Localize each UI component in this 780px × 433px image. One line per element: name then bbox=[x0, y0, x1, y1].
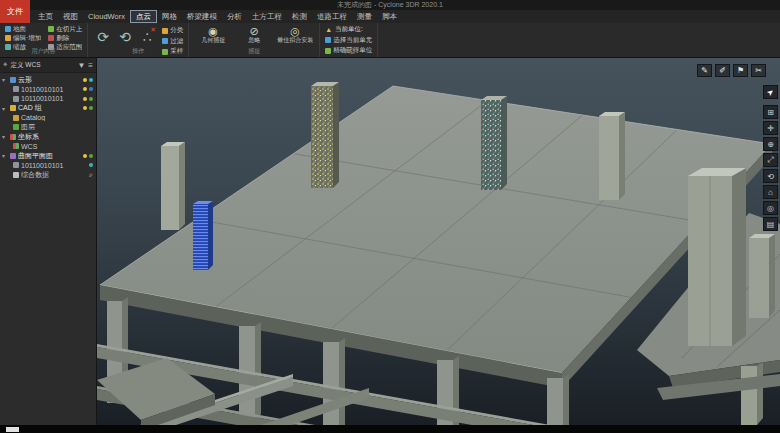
tab-survey[interactable]: 测量 bbox=[352, 10, 377, 23]
pencil-tool-button[interactable]: ✐ bbox=[715, 64, 730, 77]
best-fit-button[interactable]: ◎最佳拟合安装 bbox=[276, 25, 314, 44]
tab-earthworks[interactable]: 土方工程 bbox=[247, 10, 287, 23]
viewport-3d[interactable]: ✎ ✐ ⚑ ✂ ➤ ⊞ ✛ ⊕ ⤢ ⟲ ⌂ ◎ ▤ bbox=[97, 58, 780, 425]
flag-icon: ⚑ bbox=[737, 66, 744, 75]
unit-select-icon bbox=[325, 37, 331, 43]
select-current-unit-button[interactable]: 选择当前单元 bbox=[325, 36, 372, 45]
zoom-region-button[interactable]: ⊞ bbox=[763, 105, 778, 119]
tree-item-surface-1[interactable]: 10110010101 bbox=[0, 161, 96, 171]
surface-icon bbox=[10, 153, 16, 159]
delete-points-button[interactable]: ∴✕ bbox=[137, 25, 157, 49]
best-fit-icon: ◎ bbox=[290, 25, 300, 37]
tab-bridge-modeling[interactable]: 桥梁建模 bbox=[182, 10, 222, 23]
chevron-down-icon[interactable]: ▾ bbox=[2, 105, 8, 112]
orbit-button[interactable]: ⟲ bbox=[763, 169, 778, 183]
ribbon-group-user: 地面 在切片上 编辑·增加 删除 缩放 适应范围 用户内容 bbox=[0, 23, 88, 57]
tree-item-combined-data[interactable]: 综合数据 ⌕ bbox=[0, 170, 96, 180]
tree-toolbar: ⌖ 定义 WCS ▼ ≡ bbox=[0, 58, 96, 73]
wcs-icon[interactable]: ⌖ bbox=[3, 60, 8, 70]
ribbon: 地面 在切片上 编辑·增加 删除 缩放 适应范围 用户内容 ⟳ ⟲ ∴✕ 分类 … bbox=[0, 23, 780, 58]
flag-tool-button[interactable]: ⚑ bbox=[733, 64, 748, 77]
filter-button[interactable]: 过滤 bbox=[162, 37, 183, 46]
column-above-slab-right[interactable] bbox=[599, 112, 625, 200]
tree-item-coordinate-systems[interactable]: ▾ 坐标系 bbox=[0, 132, 96, 142]
on-slice-button[interactable]: 在切片上 bbox=[48, 25, 82, 33]
tree-item-clouds-group[interactable]: ▾ 云形 bbox=[0, 75, 96, 85]
delete-button[interactable]: 删除 bbox=[48, 34, 82, 42]
tab-view[interactable]: 视图 bbox=[58, 10, 83, 23]
undo-compute-button[interactable]: ⟲ bbox=[115, 25, 135, 49]
menu-icon[interactable]: ≡ bbox=[88, 61, 93, 70]
status-dot bbox=[83, 97, 87, 101]
home-view-button[interactable]: ⌂ bbox=[763, 185, 778, 199]
tree-item-cad-group[interactable]: ▾ CAD 组 bbox=[0, 104, 96, 114]
ribbon-group-snap: ◉几何捕捉 ⊘忽略 ◎最佳拟合安装 捕捉 bbox=[189, 23, 320, 57]
ribbon-group-units: ▲当前单位: 选择当前单元 精确获得单位 单位 bbox=[320, 23, 378, 57]
file-menu-button[interactable]: 文件 bbox=[0, 0, 30, 23]
tab-home[interactable]: 主页 bbox=[33, 10, 58, 23]
slice-icon bbox=[48, 26, 54, 32]
group-label-user: 用户内容 bbox=[0, 47, 87, 56]
geometry-snap-icon: ◉ bbox=[208, 25, 218, 37]
tree-item-layers[interactable]: 图层 bbox=[0, 123, 96, 133]
render-mode-button[interactable]: ▤ bbox=[763, 217, 778, 231]
column-right-stub[interactable] bbox=[749, 234, 775, 318]
cut-tool-button[interactable]: ✂ bbox=[751, 64, 766, 77]
tree-item-cloud-1[interactable]: 10110010101 bbox=[0, 85, 96, 95]
tab-mesh[interactable]: 网格 bbox=[157, 10, 182, 23]
status-dot bbox=[83, 106, 87, 110]
funnel-icon[interactable]: ▼ bbox=[77, 61, 85, 70]
tab-analysis[interactable]: 分析 bbox=[222, 10, 247, 23]
edit-icon bbox=[5, 35, 11, 41]
point-cloud-column-teal[interactable] bbox=[481, 96, 507, 190]
fit-view-icon: ⤢ bbox=[767, 155, 773, 165]
chevron-down-icon[interactable]: ▾ bbox=[2, 76, 8, 83]
taskbar-fragment bbox=[6, 427, 19, 432]
zoom-region-icon: ⊞ bbox=[767, 108, 774, 117]
classify-button[interactable]: 分类 bbox=[162, 26, 183, 35]
tree-item-wcs[interactable]: WCS bbox=[0, 142, 96, 152]
pan-button[interactable]: ✛ bbox=[763, 121, 778, 135]
ground-button[interactable]: 地面 bbox=[5, 25, 41, 33]
pan-icon: ✛ bbox=[767, 124, 774, 133]
target-button[interactable]: ◎ bbox=[763, 201, 778, 215]
refresh-button[interactable]: ⟳ bbox=[93, 25, 113, 49]
column-above-slab-left[interactable] bbox=[161, 142, 185, 230]
zoom-button[interactable]: ⊕ bbox=[763, 137, 778, 151]
selected-column[interactable] bbox=[193, 201, 213, 270]
status-dot bbox=[89, 106, 93, 110]
pen-tool-button[interactable]: ✎ bbox=[697, 64, 712, 77]
status-dot bbox=[83, 78, 87, 82]
tab-cloudworx[interactable]: CloudWorx bbox=[83, 10, 130, 23]
orbit-icon: ⟲ bbox=[767, 172, 774, 181]
core-pier[interactable] bbox=[688, 168, 746, 346]
home-view-icon: ⌂ bbox=[768, 188, 773, 197]
group-label-snap: 捕捉 bbox=[189, 47, 319, 56]
geometry-snap-button[interactable]: ◉几何捕捉 bbox=[194, 25, 232, 44]
tab-road-engineering[interactable]: 道路工程 bbox=[312, 10, 352, 23]
tab-script[interactable]: 脚本 bbox=[377, 10, 402, 23]
tab-inspection[interactable]: 检测 bbox=[287, 10, 312, 23]
scissors-icon: ✂ bbox=[755, 66, 762, 75]
tab-pointcloud[interactable]: 点云 bbox=[130, 10, 157, 23]
ribbon-group-ops: ⟳ ⟲ ∴✕ 分类 过滤 采样 操作 bbox=[88, 23, 189, 57]
classify-icon bbox=[162, 28, 168, 34]
fit-view-button[interactable]: ⤢ bbox=[763, 153, 778, 167]
ignore-button[interactable]: ⊘忽略 bbox=[235, 25, 273, 44]
cursor-select-button[interactable]: ➤ bbox=[763, 85, 778, 99]
layers-icon bbox=[13, 124, 19, 130]
search-icon[interactable]: ⌕ bbox=[89, 171, 93, 179]
chevron-down-icon[interactable]: ▾ bbox=[2, 133, 8, 140]
edit-add-button[interactable]: 编辑·增加 bbox=[5, 34, 41, 42]
tree-item-surface-plan-group[interactable]: ▾ 曲面平面图 bbox=[0, 151, 96, 161]
titlebar[interactable]: 未完成的图 - Cyclone 3DR 2020.1 bbox=[0, 0, 780, 10]
point-cloud-column-yellow[interactable] bbox=[311, 82, 339, 188]
folder-icon bbox=[10, 105, 16, 111]
chevron-down-icon[interactable]: ▾ bbox=[2, 152, 8, 159]
close-icon: ✕ bbox=[150, 26, 156, 34]
surface-item-icon bbox=[13, 162, 19, 168]
tree-item-catalog[interactable]: Catalog bbox=[0, 113, 96, 123]
cloud-icon bbox=[13, 96, 19, 102]
render-mode-icon: ▤ bbox=[767, 220, 775, 229]
tree-item-cloud-2[interactable]: 10110010101 bbox=[0, 94, 96, 104]
